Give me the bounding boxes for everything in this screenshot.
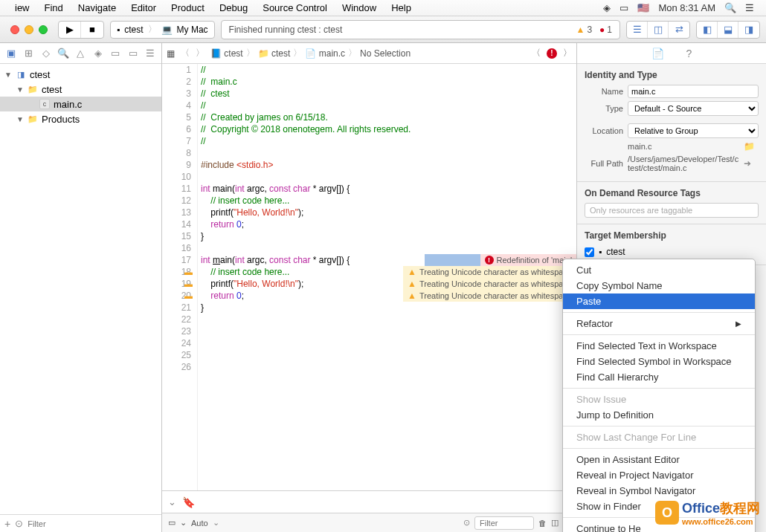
- code-line[interactable]: // Copyright © 2018 onenotegem. All righ…: [198, 123, 576, 135]
- menubar-clock[interactable]: Mon 8:31 AM: [654, 2, 720, 13]
- code-line[interactable]: printf("Hello, World!\n");: [198, 207, 576, 218]
- console-filter-input[interactable]: [474, 516, 534, 530]
- menu-iew[interactable]: iew: [7, 2, 37, 13]
- code-line[interactable]: // main.c: [198, 76, 576, 88]
- code-line[interactable]: [198, 325, 576, 337]
- menu-help[interactable]: Help: [384, 2, 419, 13]
- version-editor-button[interactable]: ⇄: [669, 22, 689, 38]
- source-control-navigator-tab[interactable]: ⊞: [20, 45, 36, 62]
- tree-item[interactable]: ▼📁ctest: [0, 82, 161, 97]
- debug-disclosure[interactable]: ⌄: [168, 496, 176, 507]
- scheme-selector[interactable]: ▪ ctest 〉 💻 My Mac: [110, 21, 215, 39]
- trash-icon[interactable]: 🗑: [538, 519, 547, 528]
- quick-help-tab[interactable]: ?: [686, 48, 692, 59]
- forward-button[interactable]: 〉: [196, 47, 205, 59]
- menu-item-open-in-assistant-editor[interactable]: Open in Assistant Editor: [563, 452, 755, 467]
- target-checkbox[interactable]: [585, 247, 594, 257]
- vars-disclosure[interactable]: ⌄: [180, 518, 187, 528]
- code-line[interactable]: //: [198, 135, 576, 147]
- toggle-debug-button[interactable]: ⬓: [718, 22, 738, 38]
- breakpoint-tag-icon[interactable]: 🔖: [182, 496, 195, 508]
- auto-label[interactable]: Auto: [191, 519, 208, 528]
- menu-item-copy-symbol-name[interactable]: Copy Symbol Name: [563, 278, 755, 293]
- close-window-button[interactable]: [10, 25, 19, 34]
- related-items-icon[interactable]: ▦: [167, 48, 175, 59]
- jumpbar-segment[interactable]: No Selection: [360, 48, 411, 59]
- code-line[interactable]: #include <stdio.h>: [198, 159, 576, 171]
- menu-debug[interactable]: Debug: [212, 2, 255, 13]
- menu-item-jump-to-definition[interactable]: Jump to Definition: [563, 407, 755, 423]
- debug-navigator-tab[interactable]: ▭: [108, 45, 123, 62]
- disclosure-triangle[interactable]: ▼: [16, 85, 24, 94]
- menu-list-icon[interactable]: ☰: [741, 2, 759, 13]
- prev-issue-button[interactable]: 〈: [532, 47, 541, 59]
- toggle-inspector-button[interactable]: ◨: [738, 22, 759, 38]
- add-button[interactable]: +: [4, 518, 10, 530]
- code-line[interactable]: [198, 171, 576, 183]
- code-line[interactable]: [198, 147, 576, 159]
- tree-item[interactable]: ▼📁Products: [0, 111, 161, 126]
- menu-item-find-selected-symbol-in-workspace[interactable]: Find Selected Symbol in Workspace: [563, 354, 755, 369]
- file-inspector-tab[interactable]: 📄: [651, 48, 664, 59]
- flag-icon[interactable]: 🇺🇸: [633, 2, 654, 13]
- console-filter-icon[interactable]: ⊙: [463, 518, 470, 528]
- project-navigator-tab[interactable]: ▣: [3, 45, 19, 62]
- menu-find[interactable]: Find: [37, 2, 71, 13]
- code-line[interactable]: }: [198, 302, 576, 314]
- report-navigator-tab[interactable]: ☰: [143, 45, 158, 62]
- menu-source-control[interactable]: Source Control: [255, 2, 335, 13]
- purple-diamond-icon[interactable]: ◈: [599, 2, 615, 13]
- assistant-editor-button[interactable]: ◫: [648, 22, 669, 38]
- menu-item-find-call-hierarchy[interactable]: Find Call Hierarchy: [563, 369, 755, 385]
- jumpbar-segment[interactable]: 📘 ctest: [210, 48, 243, 59]
- toggle-navigator-button[interactable]: ◧: [697, 22, 718, 38]
- variables-view-icon[interactable]: ▭: [168, 518, 176, 528]
- menu-item-reveal-in-project-navigator[interactable]: Reveal in Project Navigator: [563, 467, 755, 483]
- code-editor[interactable]: 1234567891011121314151617181920212223242…: [162, 64, 576, 490]
- run-button[interactable]: ▶: [59, 22, 81, 38]
- menu-item-refactor[interactable]: Refactor▶: [563, 316, 755, 331]
- next-issue-button[interactable]: 〉: [563, 47, 572, 59]
- menu-item-find-selected-text-in-workspace[interactable]: Find Selected Text in Workspace: [563, 338, 755, 354]
- jump-bar[interactable]: ▦ 〈 〉 📘 ctest〉📁 ctest〉📄 main.c〉 No Selec…: [162, 43, 576, 64]
- code-line[interactable]: // Created by james on 6/15/18.: [198, 111, 576, 123]
- code-line[interactable]: ▬ printf("Hello, World!\n");▲Treating Un…: [198, 278, 576, 290]
- back-button[interactable]: 〈: [181, 47, 190, 59]
- context-menu[interactable]: CutCopy Symbol NamePasteRefactor▶Find Se…: [562, 259, 756, 532]
- code-line[interactable]: int main(int argc, const char * argv[]) …: [198, 254, 576, 266]
- type-select[interactable]: Default - C Source: [628, 101, 759, 116]
- menu-item-paste[interactable]: Paste: [563, 293, 755, 309]
- menu-navigate[interactable]: Navigate: [71, 2, 123, 13]
- code-line[interactable]: [198, 349, 576, 361]
- tree-item[interactable]: cmain.c: [0, 97, 161, 111]
- name-field[interactable]: [628, 85, 759, 98]
- breakpoint-navigator-tab[interactable]: ▭: [125, 45, 141, 62]
- issue-indicator[interactable]: !: [547, 48, 557, 59]
- location-select[interactable]: Relative to Group: [628, 123, 759, 138]
- code-line[interactable]: return 0;: [198, 218, 576, 230]
- menu-editor[interactable]: Editor: [123, 2, 164, 13]
- stop-button[interactable]: ■: [81, 22, 103, 38]
- tree-item[interactable]: ▼◨ctest: [0, 67, 161, 82]
- minimize-window-button[interactable]: [25, 25, 33, 34]
- code-line[interactable]: [198, 314, 576, 325]
- code-line[interactable]: }: [198, 230, 576, 242]
- warning-badge[interactable]: ▲3: [576, 25, 592, 35]
- code-line[interactable]: //: [198, 64, 576, 76]
- find-navigator-tab[interactable]: 🔍: [55, 45, 71, 62]
- code-line[interactable]: ▬ return 0;▲Treating Unicode character a…: [198, 290, 576, 302]
- issue-navigator-tab[interactable]: △: [73, 45, 88, 62]
- filter-icon[interactable]: ⊙: [15, 518, 23, 529]
- code-line[interactable]: [198, 361, 576, 373]
- inline-issue[interactable]: ▲Treating Unicode character as whitespac…: [403, 290, 576, 302]
- code-line[interactable]: [198, 242, 576, 254]
- code-line[interactable]: // ctest: [198, 88, 576, 100]
- test-navigator-tab[interactable]: ◈: [90, 45, 106, 62]
- menu-item-cut[interactable]: Cut: [563, 262, 755, 278]
- project-tree[interactable]: ▼◨ctest▼📁ctestcmain.c▼📁Products: [0, 64, 161, 514]
- code-line[interactable]: int main(int argc, const char * argv[]) …: [198, 183, 576, 195]
- disclosure-triangle[interactable]: ▼: [4, 71, 12, 79]
- spotlight-icon[interactable]: 🔍: [720, 2, 741, 13]
- disclosure-triangle[interactable]: ▼: [16, 115, 24, 123]
- reveal-arrow-icon[interactable]: ➜: [744, 158, 759, 169]
